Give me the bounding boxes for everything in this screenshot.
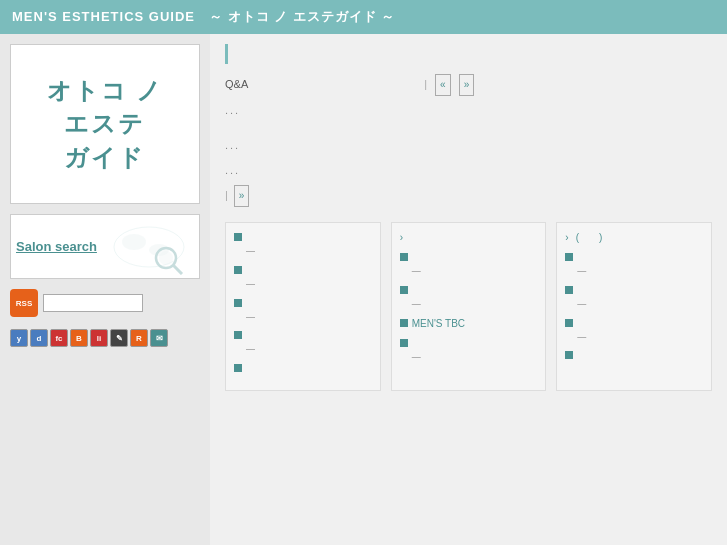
- column-2: › — — MEN'S TBC —: [391, 222, 547, 390]
- col2-item5-text: —: [412, 351, 452, 364]
- bullet-icon: [234, 266, 242, 274]
- bullet-icon: [565, 319, 573, 327]
- bullet-icon: [565, 253, 573, 261]
- col3-item4-link[interactable]: [577, 318, 617, 329]
- sidebar: オトコ ノ エステ ガイド Salon search: [0, 34, 210, 545]
- qa-label: Q&A: [225, 75, 248, 95]
- list-item: —: [234, 231, 372, 258]
- list-item: —: [234, 264, 372, 291]
- dots1: ...: [225, 101, 712, 121]
- header-title: MEN'S ESTHETICS GUIDE ～ オトコ ノ エステガイド ～: [12, 9, 395, 24]
- col3-item2-link[interactable]: [577, 252, 617, 263]
- bullet-icon: [234, 331, 242, 339]
- list-item: —: [234, 297, 372, 324]
- list-item: —: [400, 284, 538, 311]
- social-icon-livedoor[interactable]: li: [90, 329, 108, 347]
- col1-item2-link[interactable]: [246, 265, 286, 276]
- rss-row: RSS: [10, 289, 200, 317]
- list-item: —: [565, 284, 703, 311]
- site-header: MEN'S ESTHETICS GUIDE ～ オトコ ノ エステガイド ～: [0, 0, 727, 34]
- qa-text: [256, 76, 416, 94]
- qa-section: Q&A | « » ...: [225, 74, 712, 121]
- social-icons-row: y d fc B li ✎ R ✉: [10, 329, 200, 347]
- list-item: MEN'S TBC: [400, 317, 538, 331]
- bullet-icon: [234, 364, 242, 372]
- bullet-icon: [400, 339, 408, 347]
- svg-point-1: [122, 234, 146, 250]
- more-row: | »: [225, 185, 712, 207]
- list-item: —: [565, 251, 703, 278]
- column-3: › ( ) — — —: [556, 222, 712, 390]
- list-item: —: [565, 317, 703, 344]
- bullet-icon: [400, 319, 408, 327]
- search-input[interactable]: [43, 294, 143, 312]
- list-item: ›: [400, 231, 538, 245]
- list-item: —: [400, 337, 538, 364]
- col2-item1-link[interactable]: [410, 232, 450, 243]
- salon-search-link[interactable]: Salon search: [16, 239, 97, 254]
- qa-next-link[interactable]: »: [459, 74, 475, 96]
- col1-item4-link[interactable]: [246, 330, 286, 341]
- col1-item3-link[interactable]: [246, 298, 286, 309]
- social-icon-hatena[interactable]: B: [70, 329, 88, 347]
- arrow-icon: ›: [565, 231, 568, 245]
- social-icon-mail[interactable]: ✉: [150, 329, 168, 347]
- social-icon-fc2[interactable]: fc: [50, 329, 68, 347]
- list-item: [234, 362, 372, 376]
- social-icon-edit[interactable]: ✎: [110, 329, 128, 347]
- col2-item4-link[interactable]: MEN'S TBC: [412, 318, 465, 329]
- logo-box: オトコ ノ エステ ガイド: [10, 44, 200, 204]
- col1-item2-text: —: [246, 278, 286, 291]
- qa-prev-link[interactable]: «: [435, 74, 451, 96]
- salon-search-box: Salon search: [10, 214, 200, 279]
- col2-item2-link[interactable]: [412, 252, 452, 263]
- main-divider: [225, 44, 228, 64]
- col2-item5-link[interactable]: [412, 338, 452, 349]
- list-item: —: [234, 329, 372, 356]
- col3-item2-text: —: [577, 265, 617, 278]
- bullet-icon: [234, 233, 242, 241]
- more-link[interactable]: »: [234, 185, 250, 207]
- col3-item5-link[interactable]: [577, 350, 617, 361]
- col1-item1-text: —: [246, 245, 286, 258]
- salon-search-map-image: [104, 220, 194, 275]
- column-1: — — — —: [225, 222, 381, 390]
- bullet-icon: [565, 286, 573, 294]
- bullet-icon: [234, 299, 242, 307]
- col3-item4-text: —: [577, 331, 617, 344]
- main-content: Q&A | « » ... ... ...: [210, 34, 727, 545]
- middle-section: ... ... | »: [225, 136, 712, 208]
- dots3-row: ...: [225, 161, 712, 181]
- bottom-columns: — — — —: [225, 222, 712, 390]
- col3-item1-link[interactable]: ( ): [576, 232, 603, 243]
- svg-point-5: [159, 251, 173, 265]
- col3-item3-text: —: [577, 298, 617, 311]
- social-icon-del[interactable]: d: [30, 329, 48, 347]
- col2-item2-text: —: [412, 265, 452, 278]
- col1-item4-text: —: [246, 343, 286, 356]
- bullet-icon: [400, 286, 408, 294]
- list-item: [565, 349, 703, 363]
- list-item: —: [400, 251, 538, 278]
- col2-item3-text: —: [412, 298, 452, 311]
- social-icon-yahoo[interactable]: y: [10, 329, 28, 347]
- col2-item3-link[interactable]: [412, 285, 452, 296]
- list-item: › ( ): [565, 231, 703, 245]
- arrow-icon: ›: [400, 231, 403, 245]
- rss-icon[interactable]: RSS: [10, 289, 38, 317]
- logo-text: オトコ ノ エステ ガイド: [47, 74, 164, 175]
- col3-item3-link[interactable]: [577, 285, 617, 296]
- col1-item3-text: —: [246, 311, 286, 324]
- dots2: ...: [225, 136, 712, 156]
- qa-row: Q&A | « »: [225, 74, 712, 96]
- bullet-icon: [400, 253, 408, 261]
- col1-item1-link[interactable]: [246, 232, 286, 243]
- col1-item5-link[interactable]: [246, 363, 286, 374]
- svg-point-0: [114, 227, 184, 267]
- svg-line-4: [173, 265, 182, 274]
- bullet-icon: [565, 351, 573, 359]
- social-icon-rss2[interactable]: R: [130, 329, 148, 347]
